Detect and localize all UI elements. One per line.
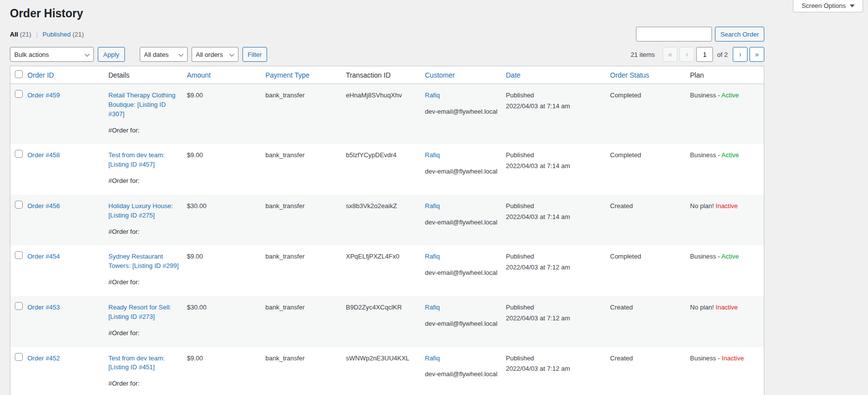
transaction-id-cell: XPqELfjPXZL4Fx0 xyxy=(346,245,425,296)
last-page-button[interactable]: » xyxy=(750,47,764,62)
orders-select-wrap: All orders xyxy=(192,47,238,62)
customer-email: dev-email@flywheel.local xyxy=(425,268,501,278)
row-select-checkbox[interactable] xyxy=(15,353,23,361)
order-row: Order #456 Holiday Luxury House: [Listin… xyxy=(10,195,764,246)
order-status-cell: Completed xyxy=(610,144,690,195)
bulk-actions-select-wrap: Bulk actions xyxy=(10,47,94,62)
column-header-amount[interactable]: Amount xyxy=(187,66,266,84)
customer-link[interactable]: Rafiq xyxy=(425,253,440,260)
order-row: Order #459 Retail Therapy Clothing Bouti… xyxy=(10,84,764,144)
amount-cell: $9.00 xyxy=(187,84,266,144)
order-history-page: Order History All (21) | Published (21) … xyxy=(10,0,764,395)
publish-state: Published xyxy=(506,91,605,100)
listing-details-link[interactable]: Test from dev team: [Listing ID #451] xyxy=(109,354,182,373)
row-select-checkbox[interactable] xyxy=(15,201,23,209)
order-status-cell: Completed xyxy=(610,84,690,144)
listing-details-link[interactable]: Sydney Restaurant Towers: [Listing ID #2… xyxy=(109,252,182,271)
dates-filter-select[interactable]: All dates xyxy=(140,47,188,62)
customer-link[interactable]: Rafiq xyxy=(425,151,440,159)
filter-button[interactable]: Filter xyxy=(242,47,268,62)
search-order-button[interactable]: Search Order xyxy=(715,27,764,42)
search-input[interactable] xyxy=(636,27,712,42)
order-id-link[interactable]: Order #459 xyxy=(28,91,60,99)
chevron-down-icon xyxy=(850,4,855,7)
row-select-checkbox[interactable] xyxy=(15,251,23,259)
next-page-button[interactable]: › xyxy=(733,47,748,62)
first-page-button: « xyxy=(663,47,677,62)
plan-status: Active xyxy=(721,91,739,99)
screen-options-label: Screen Options xyxy=(801,2,846,9)
order-id-link[interactable]: Order #456 xyxy=(28,202,60,210)
row-select-checkbox[interactable] xyxy=(15,90,23,98)
bulk-actions-select[interactable]: Bulk actions xyxy=(10,47,94,62)
order-status-cell: Completed xyxy=(610,245,690,296)
publish-date: 2022/04/03 at 7:12 am xyxy=(506,364,605,374)
plan-name: Business - xyxy=(690,151,722,159)
payment-type-cell: bank_transfer xyxy=(266,347,346,395)
amount-cell: $9.00 xyxy=(187,347,266,395)
order-for-note: #Order for: xyxy=(109,329,182,338)
order-id-link[interactable]: Order #452 xyxy=(28,354,60,362)
total-pages-label: of 2 xyxy=(717,51,728,58)
order-status-cell: Created xyxy=(610,296,690,347)
column-header-order-status[interactable]: Order Status xyxy=(610,66,690,84)
order-id-link[interactable]: Order #454 xyxy=(28,253,60,260)
table-header-row: Order ID Details Amount Payment Type Tra… xyxy=(10,66,764,84)
publish-state: Published xyxy=(506,354,605,363)
publish-date: 2022/04/03 at 7:14 am xyxy=(506,213,605,222)
current-page-input[interactable] xyxy=(696,47,713,62)
order-id-link[interactable]: Order #458 xyxy=(28,151,60,159)
listing-details-link[interactable]: Holiday Luxury House: [Listing ID #275] xyxy=(109,202,182,220)
page-title: Order History xyxy=(10,0,764,22)
order-for-note: #Order for: xyxy=(109,126,182,135)
customer-email: dev-email@flywheel.local xyxy=(425,218,501,227)
customer-link[interactable]: Rafiq xyxy=(425,202,440,210)
plan-status: Active xyxy=(721,151,739,159)
column-header-order-id[interactable]: Order ID xyxy=(28,66,109,84)
customer-link[interactable]: Rafiq xyxy=(425,304,440,311)
apply-button[interactable]: Apply xyxy=(98,47,125,62)
listing-details-link[interactable]: Retail Therapy Clothing Boutique: [Listi… xyxy=(109,91,182,119)
transaction-id-cell: b5lzfYCypDEvdr4 xyxy=(346,144,425,195)
column-header-customer[interactable]: Customer xyxy=(425,66,506,84)
order-status-cell: Created xyxy=(610,347,690,395)
column-header-payment-type[interactable]: Payment Type xyxy=(266,66,346,84)
plan-status: Inactive xyxy=(716,304,738,311)
filter-link-all[interactable]: All (21) xyxy=(10,31,31,38)
customer-email: dev-email@flywheel.local xyxy=(425,370,501,379)
orders-table: Order ID Details Amount Payment Type Tra… xyxy=(10,66,764,395)
order-id-link[interactable]: Order #453 xyxy=(28,304,60,311)
payment-type-cell: bank_transfer xyxy=(266,195,346,246)
transaction-id-cell: eHnaMj8SVhuqXhv xyxy=(346,84,425,144)
order-row: Order #453 Ready Resort for Sell: [Listi… xyxy=(10,296,764,347)
customer-link[interactable]: Rafiq xyxy=(425,91,440,99)
column-header-transaction-id: Transaction ID xyxy=(346,66,425,84)
transaction-id-cell: sx8b3Vk2o2eaikZ xyxy=(346,195,425,246)
orders-tbody: Order #459 Retail Therapy Clothing Bouti… xyxy=(10,84,764,395)
publish-state: Published xyxy=(506,252,605,262)
select-all-checkbox[interactable] xyxy=(15,70,23,78)
order-for-note: #Order for: xyxy=(109,278,182,287)
publish-state: Published xyxy=(506,151,605,160)
order-status-cell: Created xyxy=(610,195,690,246)
orders-filter-select[interactable]: All orders xyxy=(192,47,238,62)
filter-link-separator: | xyxy=(36,31,38,38)
screen-options-button[interactable]: Screen Options xyxy=(793,0,863,12)
order-row: Order #458 Test from dev team: [Listing … xyxy=(10,144,764,195)
plan-name: Business - xyxy=(690,253,722,260)
plan-status: Active xyxy=(721,253,739,260)
publish-date: 2022/04/03 at 7:14 am xyxy=(506,162,605,171)
listing-details-link[interactable]: Test from dev team: [Listing ID #457] xyxy=(109,151,182,170)
plan-name: No plan! xyxy=(690,202,716,210)
amount-cell: $30.00 xyxy=(187,195,266,246)
customer-link[interactable]: Rafiq xyxy=(425,354,440,362)
order-for-note: #Order for: xyxy=(109,379,182,389)
row-select-checkbox[interactable] xyxy=(15,302,23,310)
column-header-date[interactable]: Date xyxy=(506,66,610,84)
order-for-note: #Order for: xyxy=(109,176,182,186)
filter-link-published[interactable]: Published (21) xyxy=(42,31,84,38)
payment-type-cell: bank_transfer xyxy=(266,245,346,296)
order-for-note: #Order for: xyxy=(109,227,182,237)
row-select-checkbox[interactable] xyxy=(15,150,23,158)
listing-details-link[interactable]: Ready Resort for Sell: [Listing ID #273] xyxy=(109,303,182,322)
